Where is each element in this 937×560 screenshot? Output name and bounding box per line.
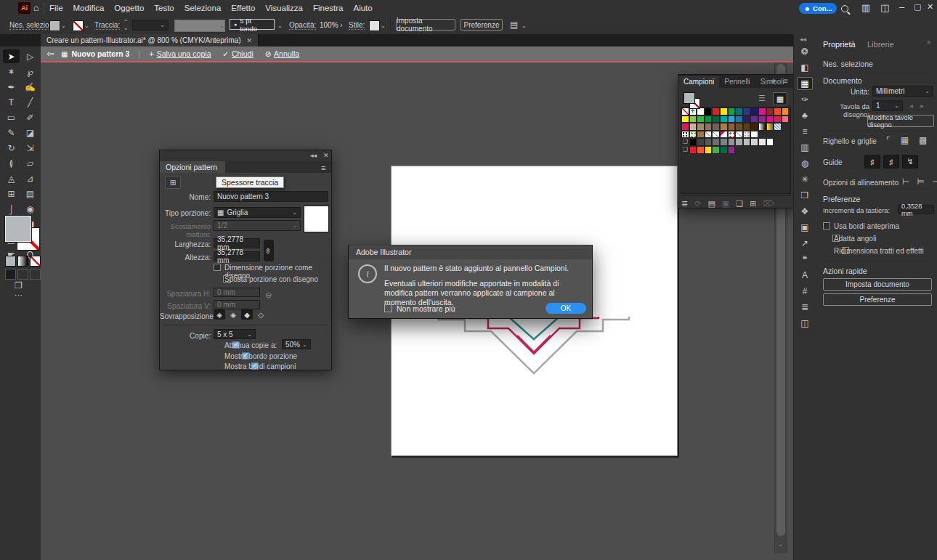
save-copy-link[interactable]: Salva una copia (157, 49, 211, 58)
swatch[interactable] (774, 107, 782, 115)
swatch[interactable] (735, 131, 743, 139)
swatch[interactable] (712, 138, 720, 146)
swatch[interactable] (758, 138, 766, 146)
show-guides-icon[interactable]: ♯ (864, 155, 880, 169)
close-panel-icon[interactable]: ✕ (323, 152, 329, 159)
swatch[interactable] (697, 115, 705, 123)
swatch[interactable] (774, 115, 782, 123)
signin-button[interactable]: ☻ Con... (799, 3, 837, 14)
swatch[interactable] (720, 131, 728, 139)
tab-properties[interactable]: Proprietà (823, 40, 856, 49)
swatch[interactable] (705, 107, 713, 115)
menu-visualizza[interactable]: Visualizza (265, 4, 303, 12)
panel-overflow-icon[interactable]: » (771, 77, 776, 85)
minimize-button[interactable]: – (899, 1, 904, 12)
dim-copies-select[interactable]: 50% ⌄ (282, 339, 311, 349)
swatch[interactable] (766, 115, 774, 123)
brushes-panel-icon[interactable]: ✑ (797, 93, 813, 106)
swatch[interactable] (735, 115, 743, 123)
free-transform-tool[interactable]: ▱ (22, 156, 38, 170)
selection-tool[interactable]: ➤ (3, 49, 20, 63)
menu-effetto[interactable]: Effetto (231, 4, 255, 12)
swatch[interactable] (712, 107, 720, 115)
workspace-switcher-icon[interactable]: ◫ (880, 2, 889, 13)
width-input[interactable]: 35,2778 mm (214, 238, 260, 248)
gradient-tool[interactable]: ▤ (22, 187, 38, 200)
variable-width-profile-select[interactable]: ● 5 pt tondo (230, 19, 275, 30)
rectangle-tool[interactable]: ▭ (3, 110, 20, 124)
stroke-panel-icon[interactable]: ≡ (797, 125, 813, 138)
expand-dock-icon[interactable]: » (927, 38, 930, 46)
perspective-grid-tool[interactable]: ⊿ (22, 171, 38, 185)
toolbar-more-icon[interactable]: ⋯ (15, 291, 23, 300)
swatch[interactable] (720, 107, 728, 115)
document-tab[interactable]: Creare un pattern-Illustrator.ai* @ 800 … (41, 34, 259, 46)
layers-panel-icon[interactable]: ❖ (797, 205, 813, 218)
swatch[interactable] (758, 107, 766, 115)
align-point-icon[interactable]: ⊣ (932, 176, 937, 187)
fill-indicator[interactable] (684, 92, 695, 104)
swatch[interactable] (720, 138, 728, 146)
pencil-tool[interactable]: ✎ (3, 126, 20, 139)
menu-finestra[interactable]: Finestra (313, 4, 344, 12)
curvature-tool[interactable]: ✍ (22, 80, 38, 94)
swatch[interactable] (689, 138, 697, 146)
swatch[interactable] (758, 123, 766, 131)
gradient-panel-icon[interactable]: ▥ (797, 141, 813, 154)
character-panel-icon[interactable]: A (797, 269, 813, 282)
close-window-button[interactable]: ✕ (927, 2, 933, 12)
swatch-kinds-icon[interactable]: ▤ (707, 199, 715, 208)
eraser-tool[interactable]: ◪ (22, 126, 38, 139)
name-input[interactable]: Nuovo pattern 3 (214, 191, 328, 202)
new-swatch-icon[interactable]: ⊞ (750, 199, 756, 208)
panel-menu-icon[interactable]: ≡ (784, 77, 788, 85)
swatch[interactable] (735, 123, 743, 131)
arrange-documents-icon[interactable]: ▥ (861, 2, 870, 13)
swatch[interactable] (689, 115, 697, 123)
style-swatch[interactable] (369, 20, 380, 31)
rotate-tool[interactable]: ↻ (3, 141, 20, 155)
draw-normal-button[interactable] (5, 269, 16, 280)
swatch[interactable] (705, 115, 713, 123)
pattern-tile-tool-button[interactable]: ⊞ (165, 176, 181, 189)
tab-pennelli[interactable]: Pennelli (719, 76, 755, 88)
draw-inside-button[interactable] (30, 269, 41, 280)
panel-menu-icon[interactable]: ≡ (321, 163, 325, 172)
swatch[interactable] (774, 123, 782, 131)
draw-behind-button[interactable] (17, 269, 28, 280)
width-tool[interactable]: ≬ (3, 156, 20, 170)
swatch[interactable] (728, 146, 736, 154)
overlap-top-in-front-button[interactable]: ◆ (241, 309, 253, 320)
color-guide-panel-icon[interactable]: ◧ (797, 61, 813, 74)
grid-view-button[interactable]: ▦ (773, 92, 787, 105)
swatch[interactable] (782, 115, 790, 123)
opacity-value[interactable]: 100% (320, 21, 338, 29)
color-group-folder[interactable]: ❑ (681, 146, 689, 154)
eyedropper-tool[interactable]: ⌡ (3, 202, 20, 216)
search-icon[interactable] (841, 5, 848, 14)
swatch[interactable] (743, 107, 751, 115)
swatch[interactable] (720, 146, 728, 154)
overlap-bottom-in-front-button[interactable]: ◇ (255, 309, 267, 320)
tab-libraries[interactable]: Librerie (867, 40, 894, 49)
transform-panel-icon[interactable]: # (797, 285, 813, 298)
maximize-button[interactable]: ▢ (914, 2, 921, 12)
swatch[interactable] (689, 123, 697, 131)
fill-color-proxy[interactable] (5, 216, 31, 242)
swatch[interactable] (712, 123, 720, 131)
swatches-panel-icon[interactable]: ▦ (797, 77, 813, 90)
pen-tool[interactable]: ✒ (3, 80, 20, 94)
chevron-down-icon[interactable]: ⌄ (277, 23, 283, 29)
swatch[interactable] (720, 115, 728, 123)
copies-select[interactable]: 5 x 5 ⌄ (214, 329, 256, 339)
artboards-panel-icon[interactable]: ▣ (797, 221, 813, 234)
list-view-icon[interactable]: ☰ (758, 94, 766, 103)
swatch[interactable] (766, 107, 774, 115)
artboard-select[interactable]: 1 ⌄ (872, 100, 903, 111)
transparency-panel-icon[interactable]: ◍ (797, 157, 813, 170)
swatch[interactable] (782, 107, 790, 115)
swatch[interactable] (735, 107, 743, 115)
done-link[interactable]: Chiudi (232, 49, 253, 58)
quick-preferences-button[interactable]: Preferenze (823, 293, 932, 306)
magic-wand-tool[interactable]: ✶ (3, 65, 20, 78)
